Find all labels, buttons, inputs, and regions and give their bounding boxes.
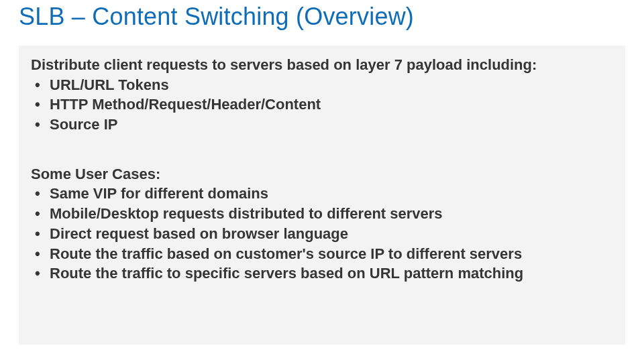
- list-item: Same VIP for different domains: [31, 184, 613, 204]
- list-item: Mobile/Desktop requests distributed to d…: [31, 204, 613, 224]
- section2-intro: Some User Cases:: [31, 164, 613, 184]
- slide-title: SLB – Content Switching (Overview): [19, 3, 414, 31]
- section1-list: URL/URL Tokens HTTP Method/Request/Heade…: [31, 75, 613, 135]
- spacer: [31, 135, 613, 164]
- section1-intro: Distribute client requests to servers ba…: [31, 55, 613, 75]
- list-item: Route the traffic to specific servers ba…: [31, 263, 613, 284]
- section2-list: Same VIP for different domains Mobile/De…: [31, 184, 613, 283]
- list-item: HTTP Method/Request/Header/Content: [31, 95, 613, 115]
- list-item: Direct request based on browser language: [31, 224, 613, 244]
- list-item: Route the traffic based on customer's so…: [31, 244, 613, 264]
- list-item: URL/URL Tokens: [31, 75, 613, 95]
- list-item: Source IP: [31, 115, 613, 135]
- content-panel: Distribute client requests to servers ba…: [19, 46, 625, 345]
- slide: SLB – Content Switching (Overview) Distr…: [0, 0, 644, 362]
